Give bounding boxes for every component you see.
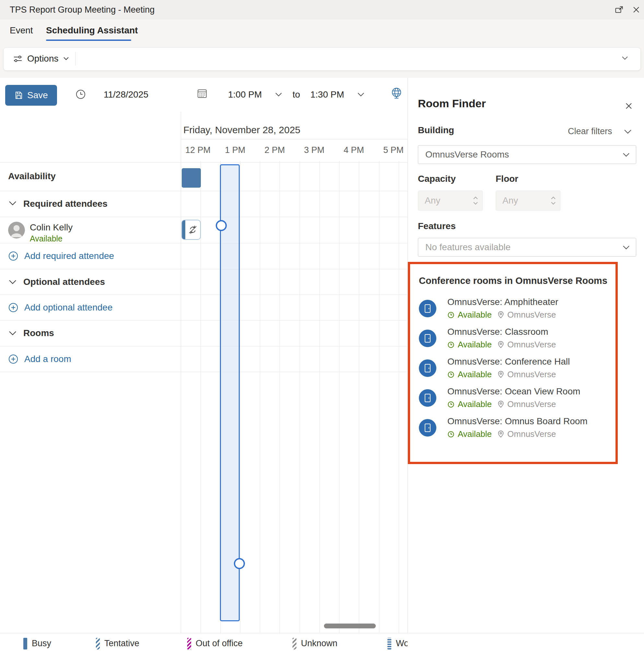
close-window-icon[interactable] <box>631 4 641 15</box>
floor-input[interactable] <box>496 195 550 206</box>
horizontal-scrollbar-thumb[interactable] <box>324 624 376 628</box>
save-button[interactable]: Save <box>5 85 57 106</box>
time-axis: 12 PM1 PM2 PM3 PM4 PM5 PM <box>181 145 408 158</box>
attendee-free-slot-chip <box>181 220 201 240</box>
legend-swatch <box>387 638 391 650</box>
room-door-icon <box>419 330 436 347</box>
room-door-icon <box>419 419 436 436</box>
room-finder-close-icon[interactable] <box>624 101 634 111</box>
room-door-icon <box>419 359 436 377</box>
legend-swatch <box>96 638 100 650</box>
room-door-icon <box>419 300 436 317</box>
window-title: TPS Report Group Meeting - Meeting <box>10 0 155 19</box>
floor-label: Floor <box>496 174 518 184</box>
chevron-down-icon <box>622 245 636 250</box>
attendee-status: Available <box>30 234 63 243</box>
legend-swatch <box>293 638 296 650</box>
stepper-chevrons-icon[interactable] <box>473 195 482 206</box>
room-name: OmnusVerse: Conference Hall <box>447 357 570 367</box>
location-pin-icon <box>498 341 504 348</box>
required-attendees-header: Required attendees <box>23 199 108 209</box>
filters-collapse-chevron-icon[interactable] <box>624 129 632 134</box>
clear-filters-link[interactable]: Clear filters <box>568 127 612 136</box>
plus-circle-icon <box>8 302 19 313</box>
room-list-item[interactable]: OmnusVerse: Omnus Board Room Available O… <box>419 415 607 441</box>
end-time-field[interactable]: 1:30 PM <box>310 89 344 100</box>
room-list-item[interactable]: OmnusVerse: Classroom Available OmnusVer… <box>419 325 607 351</box>
building-select-value: OmnusVerse Rooms <box>418 150 622 160</box>
room-door-icon <box>419 389 436 407</box>
building-select[interactable]: OmnusVerse Rooms <box>418 145 636 164</box>
tab-scheduling-assistant[interactable]: Scheduling Assistant <box>46 25 138 36</box>
features-select-value: No features available <box>418 242 622 252</box>
add-required-attendee-button[interactable]: Add required attendee <box>8 251 114 261</box>
save-icon <box>14 91 23 100</box>
time-tick-label: 12 PM <box>181 145 220 158</box>
chip-status-strip <box>182 220 185 239</box>
attendee-name: Colin Kelly <box>30 222 73 233</box>
add-a-room-button[interactable]: Add a room <box>8 354 71 364</box>
rooms-header: Rooms <box>23 328 54 338</box>
meeting-window: TPS Report Group Meeting - Meeting Event… <box>0 0 644 654</box>
start-time-field[interactable]: 1:00 PM <box>228 89 262 100</box>
legend-item: Busy <box>23 633 51 654</box>
legend-item: Unknown <box>293 633 338 654</box>
legend-swatch <box>187 638 191 650</box>
options-button[interactable]: Options <box>9 47 73 70</box>
capacity-input[interactable] <box>418 195 473 206</box>
room-location: OmnusVerse <box>507 429 556 439</box>
time-selection-band[interactable] <box>220 164 240 621</box>
timezone-globe-icon[interactable] <box>390 87 403 100</box>
popout-icon[interactable] <box>614 5 624 15</box>
availability-clock-icon <box>447 312 455 319</box>
add-optional-attendee-button[interactable]: Add optional attendee <box>8 302 112 313</box>
availability-clock-icon <box>447 371 455 378</box>
room-name: OmnusVerse: Ocean View Room <box>447 386 580 397</box>
grid-label-divider <box>181 112 181 633</box>
floor-stepper[interactable] <box>496 190 560 211</box>
capacity-stepper[interactable] <box>418 190 483 211</box>
active-tab-underline <box>46 40 131 41</box>
room-list-item[interactable]: OmnusVerse: Amphitheater Available Omnus… <box>419 296 607 321</box>
room-name: OmnusVerse: Amphitheater <box>447 297 558 307</box>
start-time-chevron-icon[interactable] <box>275 92 282 97</box>
rooms-collapse-chevron-icon[interactable] <box>8 329 17 337</box>
location-pin-icon <box>498 371 504 378</box>
building-label: Building <box>418 125 454 135</box>
toolbar-expand-chevron-icon[interactable] <box>621 56 628 61</box>
legend-item: Out of office <box>187 633 243 654</box>
room-location: OmnusVerse <box>507 340 556 350</box>
room-status: Available <box>458 399 492 409</box>
features-label: Features <box>418 221 456 231</box>
clock-icon <box>75 89 86 100</box>
selection-bottom-handle[interactable] <box>234 558 245 569</box>
legend-item: Working elsewhere <box>387 633 408 654</box>
tab-event[interactable]: Event <box>10 25 33 36</box>
day-header: Friday, November 28, 2025 <box>183 125 407 135</box>
titlebar: TPS Report Group Meeting - Meeting <box>0 0 644 19</box>
end-time-chevron-icon[interactable] <box>357 92 365 97</box>
room-list-item[interactable]: OmnusVerse: Conference Hall Available Om… <box>419 355 607 381</box>
time-tick-label: 4 PM <box>339 145 379 158</box>
availability-busy-block <box>182 168 201 188</box>
required-collapse-chevron-icon[interactable] <box>8 199 17 207</box>
toolbar-divider <box>75 52 75 65</box>
location-pin-icon <box>498 430 504 438</box>
conference-rooms-heading: Conference rooms in OmnusVerse Rooms <box>419 275 607 286</box>
chevron-down-icon <box>63 57 69 61</box>
sync-disabled-icon <box>185 225 200 235</box>
legend-item: Tentative <box>96 633 139 654</box>
selection-top-handle[interactable] <box>216 220 227 231</box>
room-list-item[interactable]: OmnusVerse: Ocean View Room Available Om… <box>419 385 607 411</box>
room-status: Available <box>458 340 492 350</box>
stepper-chevrons-icon[interactable] <box>550 195 560 206</box>
availability-clock-icon <box>447 431 455 438</box>
conference-rooms-list: OmnusVerse: Amphitheater Available Omnus… <box>419 296 607 441</box>
date-field[interactable]: 11/28/2025 <box>104 89 148 100</box>
chevron-down-icon <box>622 152 636 157</box>
features-select[interactable]: No features available <box>418 238 636 257</box>
room-status: Available <box>458 369 492 380</box>
optional-collapse-chevron-icon[interactable] <box>8 278 17 286</box>
legend-items: Busy Tentative Out of office Unknown Wor… <box>0 633 408 654</box>
calendar-icon[interactable] <box>196 88 208 99</box>
